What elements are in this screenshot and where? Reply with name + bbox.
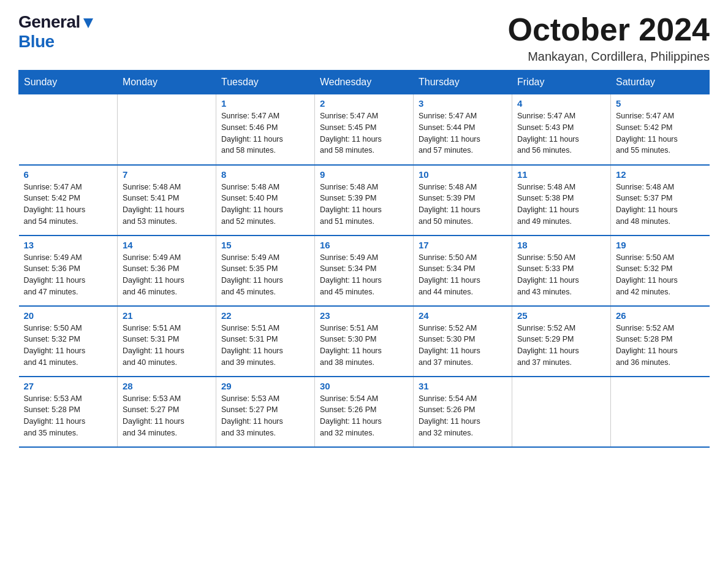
day-cell: 24Sunrise: 5:52 AM Sunset: 5:30 PM Dayli… (414, 306, 512, 377)
day-number: 30 (320, 381, 408, 391)
day-info: Sunrise: 5:54 AM Sunset: 5:26 PM Dayligh… (320, 393, 408, 439)
day-cell: 5Sunrise: 5:47 AM Sunset: 5:42 PM Daylig… (611, 94, 710, 165)
day-cell: 16Sunrise: 5:49 AM Sunset: 5:34 PM Dayli… (315, 236, 414, 306)
day-cell: 15Sunrise: 5:49 AM Sunset: 5:35 PM Dayli… (216, 236, 315, 306)
day-number: 12 (616, 169, 705, 180)
day-number: 21 (123, 310, 211, 321)
day-info: Sunrise: 5:53 AM Sunset: 5:27 PM Dayligh… (123, 393, 211, 439)
calendar-body: 1Sunrise: 5:47 AM Sunset: 5:46 PM Daylig… (19, 94, 710, 447)
week-row-5: 27Sunrise: 5:53 AM Sunset: 5:28 PM Dayli… (19, 377, 710, 447)
week-row-4: 20Sunrise: 5:50 AM Sunset: 5:32 PM Dayli… (19, 306, 710, 377)
header-cell-saturday: Saturday (611, 71, 710, 94)
day-number: 7 (123, 169, 211, 180)
week-row-1: 1Sunrise: 5:47 AM Sunset: 5:46 PM Daylig… (19, 94, 710, 165)
day-number: 27 (24, 381, 113, 391)
day-number: 3 (419, 98, 507, 109)
day-info: Sunrise: 5:51 AM Sunset: 5:31 PM Dayligh… (221, 323, 309, 369)
day-number: 10 (419, 169, 507, 180)
day-number: 17 (419, 240, 507, 250)
day-cell (19, 94, 118, 165)
day-cell: 17Sunrise: 5:50 AM Sunset: 5:34 PM Dayli… (414, 236, 512, 306)
day-info: Sunrise: 5:48 AM Sunset: 5:37 PM Dayligh… (616, 182, 705, 228)
day-cell: 12Sunrise: 5:48 AM Sunset: 5:37 PM Dayli… (611, 165, 710, 236)
day-cell: 14Sunrise: 5:49 AM Sunset: 5:36 PM Dayli… (118, 236, 216, 306)
day-number: 22 (221, 310, 309, 321)
day-cell: 6Sunrise: 5:47 AM Sunset: 5:42 PM Daylig… (19, 165, 118, 236)
day-number: 18 (517, 240, 605, 250)
day-cell: 21Sunrise: 5:51 AM Sunset: 5:31 PM Dayli… (118, 306, 216, 377)
header-cell-tuesday: Tuesday (216, 71, 315, 94)
day-info: Sunrise: 5:50 AM Sunset: 5:33 PM Dayligh… (517, 252, 605, 298)
day-number: 5 (616, 98, 705, 109)
day-number: 20 (24, 310, 113, 321)
day-cell: 3Sunrise: 5:47 AM Sunset: 5:44 PM Daylig… (414, 94, 512, 165)
day-cell: 7Sunrise: 5:48 AM Sunset: 5:41 PM Daylig… (118, 165, 216, 236)
day-info: Sunrise: 5:49 AM Sunset: 5:34 PM Dayligh… (320, 252, 408, 298)
day-cell (611, 377, 710, 447)
day-number: 19 (616, 240, 705, 250)
day-cell: 23Sunrise: 5:51 AM Sunset: 5:30 PM Dayli… (315, 306, 414, 377)
day-cell: 19Sunrise: 5:50 AM Sunset: 5:32 PM Dayli… (611, 236, 710, 306)
calendar-table: SundayMondayTuesdayWednesdayThursdayFrid… (18, 70, 710, 448)
day-info: Sunrise: 5:52 AM Sunset: 5:28 PM Dayligh… (616, 323, 705, 369)
day-info: Sunrise: 5:47 AM Sunset: 5:42 PM Dayligh… (616, 110, 705, 156)
day-number: 13 (24, 240, 113, 250)
week-row-2: 6Sunrise: 5:47 AM Sunset: 5:42 PM Daylig… (19, 165, 710, 236)
day-info: Sunrise: 5:48 AM Sunset: 5:39 PM Dayligh… (320, 182, 408, 228)
logo-blue-text: Blue (18, 32, 55, 52)
day-cell: 31Sunrise: 5:54 AM Sunset: 5:26 PM Dayli… (414, 377, 512, 447)
month-title: October 2024 (508, 12, 710, 47)
day-info: Sunrise: 5:47 AM Sunset: 5:43 PM Dayligh… (517, 110, 605, 156)
day-info: Sunrise: 5:48 AM Sunset: 5:38 PM Dayligh… (517, 182, 605, 228)
day-number: 24 (419, 310, 507, 321)
header-cell-thursday: Thursday (414, 71, 512, 94)
day-cell: 25Sunrise: 5:52 AM Sunset: 5:29 PM Dayli… (512, 306, 611, 377)
day-cell: 11Sunrise: 5:48 AM Sunset: 5:38 PM Dayli… (512, 165, 611, 236)
day-info: Sunrise: 5:52 AM Sunset: 5:30 PM Dayligh… (419, 323, 507, 369)
day-info: Sunrise: 5:48 AM Sunset: 5:41 PM Dayligh… (123, 182, 211, 228)
day-info: Sunrise: 5:50 AM Sunset: 5:32 PM Dayligh… (24, 323, 113, 369)
svg-marker-0 (83, 18, 93, 28)
day-info: Sunrise: 5:47 AM Sunset: 5:46 PM Dayligh… (221, 110, 309, 156)
week-row-3: 13Sunrise: 5:49 AM Sunset: 5:36 PM Dayli… (19, 236, 710, 306)
logo-general-text: General (18, 12, 80, 32)
day-number: 6 (24, 169, 113, 180)
day-cell: 8Sunrise: 5:48 AM Sunset: 5:40 PM Daylig… (216, 165, 315, 236)
day-cell: 13Sunrise: 5:49 AM Sunset: 5:36 PM Dayli… (19, 236, 118, 306)
day-info: Sunrise: 5:51 AM Sunset: 5:30 PM Dayligh… (320, 323, 408, 369)
day-number: 4 (517, 98, 605, 109)
day-cell: 2Sunrise: 5:47 AM Sunset: 5:45 PM Daylig… (315, 94, 414, 165)
day-number: 9 (320, 169, 408, 180)
day-number: 2 (320, 98, 408, 109)
day-number: 16 (320, 240, 408, 250)
header-row: SundayMondayTuesdayWednesdayThursdayFrid… (19, 71, 710, 94)
header-cell-monday: Monday (118, 71, 216, 94)
day-info: Sunrise: 5:48 AM Sunset: 5:39 PM Dayligh… (419, 182, 507, 228)
day-info: Sunrise: 5:49 AM Sunset: 5:35 PM Dayligh… (221, 252, 309, 298)
day-info: Sunrise: 5:50 AM Sunset: 5:32 PM Dayligh… (616, 252, 705, 298)
day-number: 28 (123, 381, 211, 391)
day-info: Sunrise: 5:47 AM Sunset: 5:44 PM Dayligh… (419, 110, 507, 156)
day-number: 31 (419, 381, 507, 391)
day-info: Sunrise: 5:48 AM Sunset: 5:40 PM Dayligh… (221, 182, 309, 228)
day-number: 8 (221, 169, 309, 180)
day-info: Sunrise: 5:47 AM Sunset: 5:42 PM Dayligh… (24, 182, 113, 228)
day-cell: 30Sunrise: 5:54 AM Sunset: 5:26 PM Dayli… (315, 377, 414, 447)
logo: General Blue (18, 12, 95, 52)
day-info: Sunrise: 5:54 AM Sunset: 5:26 PM Dayligh… (419, 393, 507, 439)
day-cell: 18Sunrise: 5:50 AM Sunset: 5:33 PM Dayli… (512, 236, 611, 306)
day-number: 11 (517, 169, 605, 180)
day-cell: 4Sunrise: 5:47 AM Sunset: 5:43 PM Daylig… (512, 94, 611, 165)
header-cell-sunday: Sunday (19, 71, 118, 94)
day-info: Sunrise: 5:51 AM Sunset: 5:31 PM Dayligh… (123, 323, 211, 369)
day-cell: 10Sunrise: 5:48 AM Sunset: 5:39 PM Dayli… (414, 165, 512, 236)
day-number: 26 (616, 310, 705, 321)
day-cell: 28Sunrise: 5:53 AM Sunset: 5:27 PM Dayli… (118, 377, 216, 447)
day-number: 25 (517, 310, 605, 321)
day-cell: 26Sunrise: 5:52 AM Sunset: 5:28 PM Dayli… (611, 306, 710, 377)
day-cell: 1Sunrise: 5:47 AM Sunset: 5:46 PM Daylig… (216, 94, 315, 165)
header-cell-wednesday: Wednesday (315, 71, 414, 94)
day-number: 14 (123, 240, 211, 250)
page-header: General Blue October 2024 Mankayan, Cord… (18, 12, 710, 64)
day-cell (512, 377, 611, 447)
